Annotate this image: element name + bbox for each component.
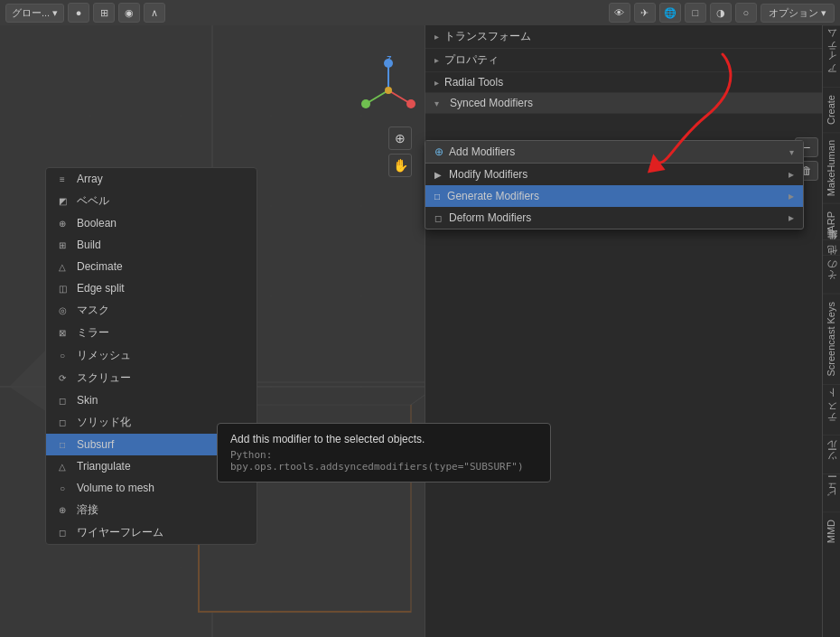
volume-to-mesh-icon: ○ — [55, 481, 70, 495]
options-button[interactable]: オプション ▾ — [761, 4, 835, 23]
menu-item-boolean[interactable]: ⊕ Boolean — [46, 212, 257, 234]
menu-item-decimate[interactable]: △ Decimate — [46, 256, 257, 277]
mirror-icon: ⊠ — [55, 326, 70, 341]
sidebar-tab-arp[interactable]: ARP — [823, 203, 840, 239]
menu-item-mirror[interactable]: ⊠ ミラー — [46, 322, 257, 344]
toolbar-icon-1[interactable]: ● — [68, 3, 89, 23]
add-modifiers-icon: ⊕ — [434, 145, 443, 158]
subsurf-icon: □ — [55, 437, 70, 452]
synced-arrow — [434, 98, 439, 108]
toolbar-left: グロー... ▾ ● ⊞ ◉ ∧ — [0, 3, 171, 23]
properties-arrow — [434, 55, 439, 65]
panel-row-radial[interactable]: Radial Tools — [425, 72, 822, 93]
transform-arrow — [434, 32, 439, 42]
gizmo: Z — [352, 54, 425, 126]
dropdown-item-modify[interactable]: ▶ Modify Modifiers ▸ — [425, 164, 803, 185]
svg-line-17 — [411, 382, 425, 405]
svg-point-24 — [406, 99, 415, 108]
toolbar-icon-circle[interactable]: ◑ — [710, 3, 732, 23]
dropdown-item-deform[interactable]: ◻ Deform Modifiers ▸ — [425, 207, 803, 229]
skin-icon: ◻ — [55, 393, 70, 407]
triangulate-icon: △ — [55, 459, 70, 473]
tooltip-python: Python: bpy.ops.rtools.addsyncedmodifier… — [230, 449, 537, 473]
toolbar-icon-cursor[interactable]: ✈ — [634, 3, 656, 23]
toolbar-icon-globe[interactable]: 🌐 — [659, 3, 681, 23]
generate-submenu-arrow: ▸ — [789, 190, 794, 202]
panel-row-properties[interactable]: プロパティ — [425, 49, 822, 72]
remesh-icon: ○ — [55, 349, 70, 363]
sidebar-tab-test[interactable]: テスト — [823, 384, 840, 435]
modify-icon: ▶ — [434, 170, 442, 180]
toolbar-icon-empty-circle[interactable]: ○ — [735, 3, 757, 23]
toolbar-icon-2[interactable]: ⊞ — [93, 3, 115, 23]
wireframe-icon: ◻ — [55, 526, 70, 540]
tooltip-title: Add this modifier to the selected object… — [230, 433, 537, 445]
radial-arrow — [434, 78, 439, 88]
menu-item-weld[interactable]: ⊕ 溶接 — [46, 499, 257, 521]
menu-item-screw[interactable]: ⟳ スクリュー — [46, 367, 257, 389]
menu-item-array[interactable]: ≡ Array — [46, 168, 257, 190]
dropdown-header[interactable]: ⊕ Add Modifiers ▾ — [425, 141, 803, 164]
sidebar-tab-screencast[interactable]: Screencast Keys — [823, 294, 840, 384]
sidebar-tab-tool[interactable]: ツール — [823, 435, 840, 473]
array-icon: ≡ — [55, 172, 70, 186]
toolbar-icon-4[interactable]: ∧ — [144, 3, 165, 23]
menu-item-edge-split[interactable]: ◫ Edge split — [46, 277, 257, 299]
svg-point-26 — [361, 99, 370, 108]
build-icon: ⊞ — [55, 238, 70, 252]
weld-icon: ⊕ — [55, 503, 70, 518]
decimate-icon: △ — [55, 259, 70, 274]
header-dropdown-arrow: ▾ — [789, 147, 794, 157]
right-panel: トランスフォーム プロパティ Radial Tools Synced Modif… — [425, 25, 822, 637]
glow-dropdown[interactable]: グロー... ▾ — [5, 4, 64, 23]
menu-item-bevel[interactable]: ◩ ベベル — [46, 190, 257, 212]
tooltip-box: Add this modifier to the selected object… — [217, 423, 551, 482]
sidebar-tab-mmd[interactable]: MMD — [823, 511, 840, 550]
deform-submenu-arrow: ▸ — [789, 211, 794, 224]
panel-row-transform[interactable]: トランスフォーム — [425, 25, 822, 49]
menu-item-wireframe[interactable]: ◻ ワイヤーフレーム — [46, 521, 257, 544]
menu-item-build[interactable]: ⊞ Build — [46, 234, 257, 256]
toolbar-icon-eye[interactable]: 👁 — [609, 3, 630, 23]
sidebar-tab-item[interactable]: アイテム — [823, 25, 840, 87]
top-toolbar: グロー... ▾ ● ⊞ ◉ ∧ 👁 ✈ 🌐 □ ◑ ○ オプション ▾ — [0, 0, 840, 25]
right-sidebar: アイテム Create MakeHuman ARP 編集 その他 Screenc… — [822, 25, 840, 637]
boolean-icon: ⊕ — [55, 216, 70, 230]
bevel-icon: ◩ — [55, 194, 70, 209]
sidebar-tab-create[interactable]: Create — [823, 87, 840, 132]
panel-sections: トランスフォーム プロパティ Radial Tools Synced Modif… — [425, 25, 822, 114]
dropdown-menu: ⊕ Add Modifiers ▾ ▶ Modify Modifiers ▸ □… — [425, 140, 804, 230]
sidebar-tab-other[interactable]: その他 — [823, 255, 840, 294]
menu-item-remesh[interactable]: ○ リメッシュ — [46, 344, 257, 367]
sidebar-tab-view[interactable]: ビュー — [823, 473, 840, 511]
dropdown-item-generate[interactable]: □ Generate Modifiers ▸ — [425, 185, 803, 207]
hand-viewport-icon[interactable]: ✋ — [388, 154, 412, 177]
panel-row-synced[interactable]: Synced Modifiers — [425, 93, 822, 114]
toolbar-right: 👁 ✈ 🌐 □ ◑ ○ オプション ▾ — [603, 3, 840, 23]
toolbar-icon-sq[interactable]: □ — [685, 3, 706, 23]
edge-split-icon: ◫ — [55, 281, 70, 295]
left-menu: ≡ Array ◩ ベベル ⊕ Boolean ⊞ Build △ Decima… — [45, 167, 257, 545]
toolbar-icon-3[interactable]: ◉ — [118, 3, 140, 23]
solidify-icon: ◻ — [55, 416, 70, 430]
modify-submenu-arrow: ▸ — [789, 168, 794, 181]
add-viewport-icon[interactable]: ⊕ — [388, 126, 412, 150]
menu-item-skin[interactable]: ◻ Skin — [46, 389, 257, 411]
gizmo-svg: Z — [352, 54, 425, 126]
menu-item-mask[interactable]: ◎ マスク — [46, 299, 257, 322]
sidebar-tab-makehuman[interactable]: MakeHuman — [823, 132, 840, 203]
mask-icon: ◎ — [55, 304, 70, 318]
viewport-icons: ⊕ ✋ — [388, 126, 412, 177]
generate-icon: □ — [434, 192, 440, 201]
screw-icon: ⟳ — [55, 371, 70, 386]
svg-point-27 — [385, 87, 392, 94]
deform-icon: ◻ — [434, 213, 442, 223]
svg-text:Z: Z — [387, 54, 392, 63]
sidebar-tab-edit[interactable]: 編集 — [823, 239, 840, 255]
